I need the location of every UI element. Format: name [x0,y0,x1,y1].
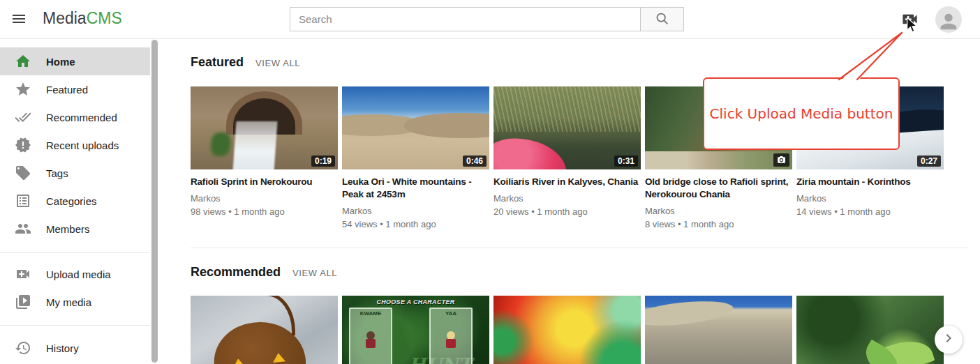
sidebar-item-label: Members [46,223,90,235]
video-thumbnail[interactable] [796,296,944,364]
mediacms-app: MediaCMS Home Featured [0,0,980,364]
done-all-icon [15,109,31,126]
sidebar-item-home[interactable]: Home [0,47,150,75]
search-input[interactable] [290,7,640,31]
sidebar-item-members[interactable]: Members [0,215,150,243]
home-icon [15,53,31,70]
annotation-callout-tail [831,28,907,84]
sidebar-item-recent-uploads[interactable]: Recent uploads [0,131,150,159]
sidebar-item-history[interactable]: History [0,334,150,362]
sidebar: Home Featured Recommended Recent uploads… [0,38,150,364]
video-card[interactable]: 0:46 Leuka Ori - White mountains - Peak … [342,86,489,229]
duration-badge: 0:31 [614,156,638,167]
camera-badge [773,153,789,167]
game-heading-text: CHOOSE A CHARACTER [342,298,489,305]
video-meta: 98 views • 1 month ago [191,206,338,217]
user-avatar[interactable] [935,6,962,33]
sidebar-item-label: My media [46,296,91,308]
duration-badge: 0:27 [917,156,941,167]
video-thumbnail[interactable] [493,296,641,364]
video-meta: 8 views • 1 month ago [645,219,792,229]
video-title[interactable]: Koiliaris River in Kalyves, Chania [493,176,641,188]
chevron-right-icon [940,330,957,349]
sidebar-item-recommended[interactable]: Recommended [0,103,150,131]
sidebar-item-label: Categories [46,195,97,207]
video-card[interactable]: 0:31 Koiliaris River in Kalyves, Chania … [493,86,641,229]
sidebar-item-featured[interactable]: Featured [0,75,150,103]
video-card[interactable] [796,296,944,364]
logo-media: Media [43,9,87,27]
sidebar-item-categories[interactable]: Categories [0,187,150,215]
game-character-panel-left: KWAME [349,308,392,364]
sidebar-scrollbar[interactable] [151,40,158,363]
recommended-section-header: Recommended VIEW ALL [191,265,337,280]
annotation-text: Click Upload Media button [710,105,893,122]
sidebar-item-tags[interactable]: Tags [0,159,150,187]
featured-section-header: Featured VIEW ALL [191,55,300,70]
video-thumbnail[interactable] [645,296,792,364]
star-icon [15,81,31,98]
video-title[interactable]: Ziria mountain - Korinthos [796,176,944,188]
video-thumbnail[interactable]: 0:46 [342,86,489,169]
annotation-callout: Click Upload Media button [703,77,900,150]
view-all-link[interactable]: VIEW ALL [292,268,337,278]
person-icon [937,10,960,33]
list-icon [15,192,31,209]
search-bar [290,7,684,31]
game-character-figure [445,331,456,354]
sidebar-item-label: Recommended [46,112,117,123]
sidebar-item-label: Upload media [46,268,111,280]
history-icon [15,340,31,356]
video-call-icon [15,266,31,282]
carousel-next-button[interactable] [935,326,963,354]
game-character-name: KWAME [350,310,391,317]
game-character-panel-right: YAA [429,308,473,364]
mouse-cursor [905,17,918,36]
video-author[interactable]: Markos [493,193,641,204]
video-title[interactable]: Old bridge close to Rafioli sprint, Nero… [645,176,792,201]
video-card[interactable] [645,296,792,364]
video-thumbnail[interactable]: 0:31 [493,86,641,169]
sidebar-item-label: Recent uploads [46,139,119,151]
video-thumbnail[interactable] [191,296,338,364]
section-title: Recommended [191,265,281,280]
section-divider [191,248,969,248]
sidebar-item-my-media[interactable]: My media [0,288,150,316]
game-character-name: YAA [431,310,471,317]
video-card[interactable]: HUNTCHOOSE A CHARACTERKWAMEYAASelectedSe… [342,296,489,364]
video-author[interactable]: Markos [342,206,489,216]
search-button[interactable] [640,7,684,31]
logo-cms: CMS [87,9,122,27]
video-card[interactable] [191,296,338,364]
tag-icon [15,165,31,181]
sidebar-item-label: Home [46,56,75,68]
new-releases-icon [15,137,31,153]
video-card[interactable] [493,296,641,364]
video-meta: 14 views • 1 month ago [796,206,944,217]
video-library-icon [15,294,31,310]
sidebar-item-label: History [46,342,79,354]
video-card[interactable]: 0:19 Rafioli Sprint in Nerokourou Markos… [191,86,338,229]
sidebar-item-label: Featured [46,84,88,96]
video-author[interactable]: Markos [645,206,792,216]
recommended-row: HUNTCHOOSE A CHARACTERKWAMEYAASelectedSe… [191,296,944,364]
view-all-link[interactable]: VIEW ALL [255,58,300,68]
video-author[interactable]: Markos [191,193,338,204]
menu-icon[interactable] [10,10,27,27]
duration-badge: 0:19 [311,156,335,167]
sidebar-divider [0,252,150,253]
logo[interactable]: MediaCMS [43,9,122,28]
search-icon [655,11,669,28]
sidebar-divider [0,325,150,326]
video-meta: 54 views • 1 month ago [342,219,489,229]
video-meta: 20 views • 1 month ago [493,206,641,217]
duration-badge: 0:46 [463,156,487,167]
sidebar-item-upload-media[interactable]: Upload media [0,260,150,288]
game-character-figure [365,331,376,354]
sidebar-item-label: Tags [46,167,68,179]
video-author[interactable]: Markos [796,193,944,204]
video-thumbnail[interactable]: HUNTCHOOSE A CHARACTERKWAMEYAASelectedSe… [342,296,489,364]
video-title[interactable]: Leuka Ori - White mountains - Peak at 24… [342,176,489,201]
video-thumbnail[interactable]: 0:19 [191,86,338,169]
video-title[interactable]: Rafioli Sprint in Nerokourou [191,176,338,188]
